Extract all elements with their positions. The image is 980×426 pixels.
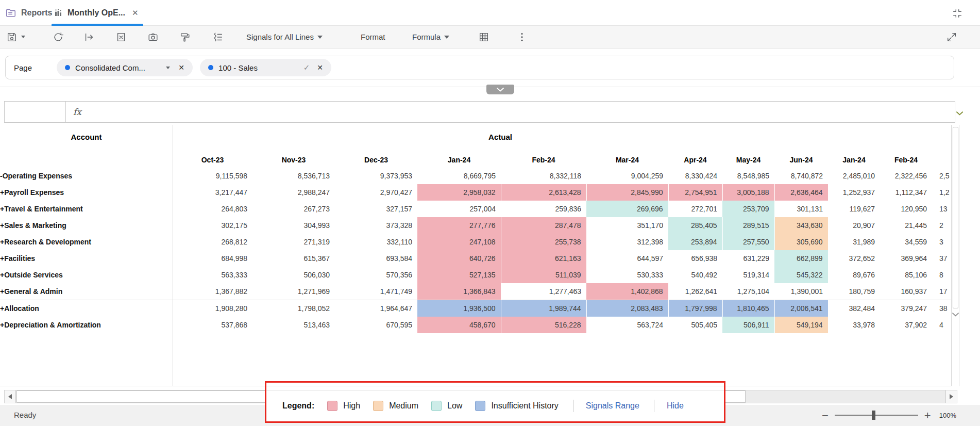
grid-cell[interactable]: 120,950 [880,201,932,217]
gridlines-button[interactable] [478,26,489,48]
grid-cell[interactable]: 304,993 [252,217,335,234]
grid-cell-signal-low[interactable]: 289,515 [722,217,774,234]
collapse-window-icon[interactable] [951,7,964,20]
drill-button[interactable] [83,26,95,48]
grid-cell[interactable]: 563,724 [586,317,668,333]
grid-cell-signal-high[interactable]: 287,478 [501,217,586,234]
grid-cell[interactable]: 519,314 [722,267,774,283]
row-label[interactable]: +General & Admin [0,283,173,300]
save-button[interactable] [6,26,25,48]
grid-cell[interactable]: 9,115,598 [173,168,252,184]
grid-cell-signal-high[interactable]: 2,754,951 [668,184,722,201]
grid-cell-signal-high[interactable]: 621,163 [501,250,586,267]
grid-cell[interactable]: 4 [932,317,951,333]
grid-cell[interactable]: 302,175 [173,217,252,234]
grid-cell-signal-low[interactable]: 253,709 [722,201,774,217]
grid-cell-signal-high[interactable]: 458,670 [417,317,501,333]
grid-cell[interactable]: 119,627 [828,201,880,217]
grid-cell[interactable]: 1,964,647 [335,300,417,317]
grid-cell-signal-high[interactable]: 255,738 [501,234,586,250]
grid-cell[interactable]: 372,652 [828,250,880,267]
sidebar-toggle-reports[interactable]: Reports [5,0,52,26]
grid-cell-signal-low[interactable]: 285,405 [668,217,722,234]
grid-cell[interactable]: 656,938 [668,250,722,267]
scroll-left-button[interactable] [5,390,16,403]
grid-cell-signal-high[interactable]: 3,005,188 [722,184,774,201]
grid-cell[interactable]: 1,908,280 [173,300,252,317]
grid-cell-signal-high[interactable]: 1,402,868 [586,283,668,300]
grid-cell-signal-high[interactable]: 2,613,428 [501,184,586,201]
grid-cell-signal-medium[interactable]: 549,194 [774,317,828,333]
grid-cell[interactable]: 570,356 [335,267,417,283]
scroll-down-icon[interactable] [952,309,959,319]
grid-cell-signal-insufficient[interactable]: 1,810,465 [722,300,774,317]
grid-cell[interactable]: 1,262,641 [668,283,722,300]
grid-cell[interactable]: 37 [932,250,951,267]
grid-cell[interactable]: 1,367,882 [173,283,252,300]
grid-cell[interactable]: 8 [932,267,951,283]
grid-cell[interactable]: 1,277,463 [501,283,586,300]
grid-cell[interactable]: 8,740,872 [774,168,828,184]
grid-cell[interactable]: 312,398 [586,234,668,250]
refresh-button[interactable] [53,26,64,48]
grid-cell[interactable]: 259,836 [501,201,586,217]
grid-cell-signal-low[interactable]: 545,322 [774,267,828,283]
grid-cell[interactable]: 3,217,447 [173,184,252,201]
column-header[interactable]: Jun-24 [774,152,828,168]
grid-cell[interactable]: 327,157 [335,201,417,217]
column-header[interactable]: Dec-23 [335,152,417,168]
signals-scope-dropdown[interactable]: Signals for All Lines [246,26,323,48]
grid-cell[interactable]: 160,937 [880,283,932,300]
grid-cell[interactable]: 513,463 [252,317,335,333]
grid-cell[interactable]: 2 [932,217,951,234]
signals-range-link[interactable]: Signals Range [586,401,639,411]
filter-pill-level[interactable]: Consolidated Com... ✕ [57,59,193,76]
grid-cell[interactable]: 301,131 [774,201,828,217]
grid-cell-signal-high[interactable]: 1,366,843 [417,283,501,300]
grid-cell[interactable]: 1,271,969 [252,283,335,300]
grid-cell-signal-low[interactable]: 662,899 [774,250,828,267]
grid-cell-signal-high[interactable]: 511,039 [501,267,586,283]
grid-cell[interactable]: 373,328 [335,217,417,234]
vertical-scrollbar-thumb[interactable] [953,127,958,308]
column-header[interactable]: Mar-24 [586,152,668,168]
row-label[interactable]: +Depreciation & Amortization [0,317,173,333]
grid-cell[interactable]: 257,004 [417,201,501,217]
filter-pill-department[interactable]: 100 - Sales ✓ ✕ [200,59,331,76]
grid-cell[interactable]: 1,2 [932,184,951,201]
grid-cell[interactable]: 267,273 [252,201,335,217]
export-excel-button[interactable] [115,26,127,48]
grid-cell[interactable]: 505,405 [668,317,722,333]
zoom-slider[interactable] [835,415,918,416]
grid-cell-signal-insufficient[interactable]: 1,797,998 [668,300,722,317]
scroll-right-button[interactable] [945,390,957,403]
grid-cell[interactable]: 180,759 [828,283,880,300]
grid-cell[interactable]: 1,390,001 [774,283,828,300]
grid-cell[interactable]: 2,988,247 [252,184,335,201]
grid-cell[interactable]: 8,548,985 [722,168,774,184]
grid-cell[interactable]: 2,485,010 [828,168,880,184]
grid-cell-signal-high[interactable]: 2,845,990 [586,184,668,201]
zoom-slider-thumb[interactable] [872,411,875,420]
cell-name-box[interactable] [4,101,66,123]
grid-cell[interactable]: 382,484 [828,300,880,317]
column-header[interactable]: Nov-23 [252,152,335,168]
grid-cell[interactable]: 2,970,427 [335,184,417,201]
grid-cell[interactable]: 8,669,795 [417,168,501,184]
grid-cell[interactable]: 9,373,953 [335,168,417,184]
grid-cell[interactable]: 615,367 [252,250,335,267]
format-button[interactable]: Format [361,26,385,48]
grid-cell[interactable]: 31,989 [828,234,880,250]
grid-cell[interactable]: 272,701 [668,201,722,217]
column-header[interactable]: Ma [932,152,951,168]
row-label[interactable]: +Outside Services [0,267,173,283]
grid-cell[interactable]: 9,004,259 [586,168,668,184]
grid-cell[interactable]: 631,229 [722,250,774,267]
snapshot-button[interactable] [147,26,159,48]
grid-cell[interactable]: 332,110 [335,234,417,250]
grid-cell[interactable]: 33,978 [828,317,880,333]
grid-cell[interactable]: 684,998 [173,250,252,267]
grid-cell[interactable]: 89,676 [828,267,880,283]
signals-list-button[interactable] [212,26,224,48]
grid-cell[interactable]: 537,868 [173,317,252,333]
